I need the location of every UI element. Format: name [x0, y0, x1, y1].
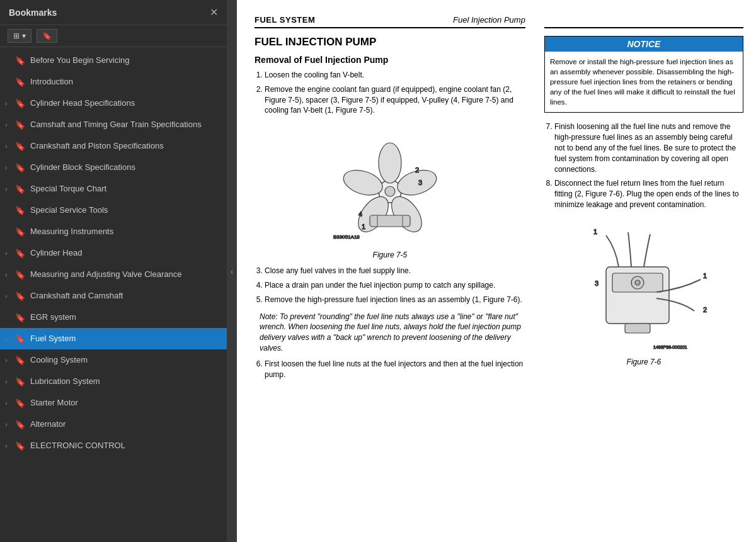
svg-text:1: 1	[703, 272, 707, 279]
sidebar-item-special-service-tools[interactable]: 🔖Special Service Tools	[0, 200, 227, 221]
page-header-right: Fuel Injection Pump	[453, 15, 525, 25]
toolbar-bookmark-button[interactable]: 🔖	[37, 29, 57, 43]
sidebar-item-alternator[interactable]: 🔖Alternator	[0, 414, 227, 435]
sidebar-label-alternator: Alternator	[30, 419, 220, 430]
expand-arrow-cylinder-block-specs[interactable]	[5, 164, 15, 171]
sidebar-label-before-you-begin: Before You Begin Servicing	[30, 55, 220, 66]
sidebar-item-cylinder-block-specs[interactable]: 🔖Cylinder Block Specifications	[0, 157, 227, 178]
bookmark-flag-icon-special-service-tools: 🔖	[15, 206, 26, 215]
expand-arrow-cylinder-head[interactable]	[5, 249, 15, 257]
bookmark-flag-icon-measuring-instruments: 🔖	[15, 227, 26, 237]
expand-arrow-camshaft-specs[interactable]	[5, 121, 15, 128]
expand-arrow-cooling-system[interactable]	[5, 356, 15, 364]
sidebar-title: Bookmarks	[9, 8, 57, 18]
sidebar-item-cylinder-head[interactable]: 🔖Cylinder Head	[0, 242, 227, 264]
svg-text:3: 3	[595, 279, 598, 287]
bookmark-icon: 🔖	[42, 31, 52, 40]
svg-text:2: 2	[703, 306, 707, 313]
step-4: Place a drain pan under the fuel injecti…	[265, 280, 525, 291]
sidebar-item-introduction[interactable]: 🔖Introduction	[0, 71, 227, 93]
svg-text:2: 2	[415, 166, 419, 174]
svg-text:4: 4	[358, 210, 362, 218]
sidebar-label-cylinder-head: Cylinder Head	[30, 248, 220, 259]
expand-arrow-crankshaft-camshaft[interactable]	[5, 292, 15, 300]
sidebar-item-camshaft-specs[interactable]: 🔖Camshaft and Timing Gear Train Specific…	[0, 114, 227, 135]
sidebar-item-special-torque[interactable]: 🔖Special Torque Chart	[0, 178, 227, 200]
step-note: Note: To prevent "rounding" the fuel lin…	[255, 312, 525, 354]
step-5: Remove the high-pressure fuel injection …	[265, 295, 525, 305]
page-header-right-col: FUEL SYSTEM Fuel Injection Pump	[544, 15, 743, 28]
sidebar-header: Bookmarks ✕	[0, 0, 227, 25]
figure-7-6-svg: 1 1 2 3 1468P99-000201	[556, 217, 732, 355]
collapse-handle[interactable]: ‹	[227, 0, 237, 542]
expand-arrow-special-torque[interactable]	[5, 185, 15, 193]
sidebar-item-cylinder-head-specs[interactable]: 🔖Cylinder Head Specifications	[0, 93, 227, 114]
expand-arrow-crankshaft-specs[interactable]	[5, 142, 15, 150]
figure-6-label: Figure 7-6	[544, 358, 743, 366]
expand-arrow-measuring-adjusting-valve[interactable]	[5, 271, 15, 278]
expand-arrow-fuel-system[interactable]	[5, 335, 15, 342]
figure-7-5-svg: 1 2 3 4 B33051A18	[295, 122, 484, 248]
sidebar-item-measuring-adjusting-valve[interactable]: 🔖Measuring and Adjusting Valve Clearance	[0, 264, 227, 285]
section-title: FUEL INJECTION PUMP	[255, 36, 525, 48]
sidebar-list: 🔖Before You Begin Servicing🔖Introduction…	[0, 47, 227, 542]
sidebar-label-fuel-system: Fuel System	[30, 334, 220, 344]
sidebar-item-lubrication-system[interactable]: 🔖Lubrication System	[0, 371, 227, 392]
svg-text:1: 1	[593, 228, 597, 235]
dropdown-arrow-icon: ▾	[22, 31, 26, 40]
expand-arrow-alternator[interactable]	[5, 421, 15, 428]
main-content: FUEL SYSTEM Fuel Injection Pump FUEL INJ…	[237, 0, 756, 542]
sidebar-label-cylinder-head-specs: Cylinder Head Specifications	[30, 98, 220, 109]
step-8: Disconnect the fuel return lines from th…	[554, 178, 743, 210]
expand-arrow-starter-motor[interactable]	[5, 399, 15, 407]
sidebar-label-introduction: Introduction	[30, 77, 220, 88]
sidebar-item-crankshaft-camshaft[interactable]: 🔖Crankshaft and Camshaft	[0, 285, 227, 307]
svg-text:B33051A18: B33051A18	[333, 234, 360, 240]
sidebar-toolbar: ⊞ ▾ 🔖	[0, 25, 227, 47]
svg-point-2	[379, 143, 401, 183]
svg-rect-7	[370, 215, 410, 227]
sidebar-label-special-service-tools: Special Service Tools	[30, 205, 220, 216]
bookmark-flag-icon-special-torque: 🔖	[15, 184, 26, 194]
step-list-right: Finish loosening all the fuel line nuts …	[544, 121, 743, 210]
svg-point-1	[385, 186, 395, 196]
svg-text:1: 1	[362, 223, 365, 230]
sidebar: Bookmarks ✕ ⊞ ▾ 🔖 🔖Before You Begin Serv…	[0, 0, 227, 542]
figure-7-5-container: 1 2 3 4 B33051A18 Figure 7-5	[255, 122, 525, 259]
svg-text:3: 3	[418, 179, 422, 186]
bookmark-flag-icon-crankshaft-specs: 🔖	[15, 142, 26, 151]
subsection-title: Removal of Fuel Injection Pump	[255, 55, 525, 65]
sidebar-label-crankshaft-camshaft: Crankshaft and Camshaft	[30, 291, 220, 302]
bookmark-flag-icon-cylinder-block-specs: 🔖	[15, 163, 26, 172]
page-wrapper: FUEL SYSTEM Fuel Injection Pump FUEL INJ…	[237, 0, 756, 542]
bookmark-flag-icon-starter-motor: 🔖	[15, 398, 26, 408]
sidebar-item-starter-motor[interactable]: 🔖Starter Motor	[0, 392, 227, 414]
sidebar-item-electronic-control[interactable]: 🔖ELECTRONIC CONTROL	[0, 435, 227, 456]
bookmark-flag-icon-fuel-system: 🔖	[15, 334, 26, 344]
expand-arrow-lubrication-system[interactable]	[5, 378, 15, 385]
sidebar-item-fuel-system[interactable]: 🔖Fuel System	[0, 328, 227, 349]
figure-7-6-container: 1 1 2 3 1468P99-000201 Figure 7-6	[544, 217, 743, 366]
sidebar-label-special-torque: Special Torque Chart	[30, 184, 220, 195]
sidebar-item-crankshaft-specs[interactable]: 🔖Crankshaft and Piston Specifications	[0, 135, 227, 157]
sidebar-label-measuring-instruments: Measuring Instruments	[30, 227, 220, 237]
step-list-1: Loosen the cooling fan V-belt. Remove th…	[255, 70, 525, 116]
sidebar-item-measuring-instruments[interactable]: 🔖Measuring Instruments	[0, 221, 227, 242]
sidebar-label-cooling-system: Cooling System	[30, 355, 220, 366]
close-icon[interactable]: ✕	[210, 6, 218, 18]
sidebar-label-camshaft-specs: Camshaft and Timing Gear Train Specifica…	[30, 120, 220, 130]
sidebar-label-lubrication-system: Lubrication System	[30, 376, 220, 387]
sidebar-item-cooling-system[interactable]: 🔖Cooling System	[0, 349, 227, 371]
sidebar-label-electronic-control: ELECTRONIC CONTROL	[30, 441, 220, 451]
toolbar-view-button[interactable]: ⊞ ▾	[8, 29, 32, 43]
step-list-3: First loosen the fuel line nuts at the f…	[255, 359, 525, 380]
expand-arrow-electronic-control[interactable]	[5, 442, 15, 449]
bookmark-flag-icon-alternator: 🔖	[15, 420, 26, 429]
sidebar-item-before-you-begin[interactable]: 🔖Before You Begin Servicing	[0, 50, 227, 71]
sidebar-item-egr-system[interactable]: 🔖EGR system	[0, 307, 227, 328]
grid-icon: ⊞	[13, 31, 20, 40]
expand-arrow-cylinder-head-specs[interactable]	[5, 99, 15, 107]
page-left: FUEL SYSTEM Fuel Injection Pump FUEL INJ…	[237, 0, 538, 542]
bookmark-flag-icon-camshaft-specs: 🔖	[15, 120, 26, 130]
notice-body: Remove or install the high-pressure fuel…	[545, 52, 743, 112]
